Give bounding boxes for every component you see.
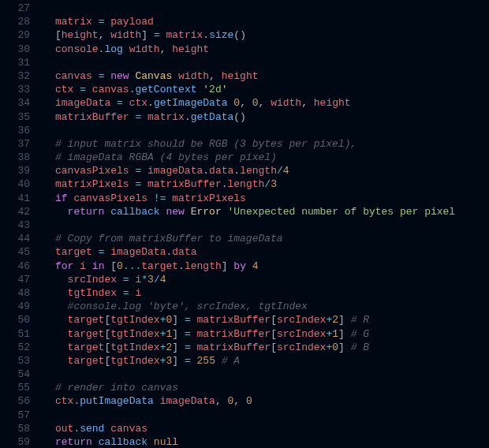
token-punct: ] — [172, 342, 178, 353]
token-plain — [86, 84, 92, 95]
token-prop: data — [172, 246, 196, 258]
code-line[interactable]: imageData = ctx.getImageData 0, 0, width… — [55, 96, 489, 110]
code-line[interactable]: target[tgtIndex+1] = matrixBuffer[srcInd… — [55, 327, 489, 341]
token-ident: target — [68, 342, 105, 353]
token-punct: . — [185, 111, 191, 123]
token-plain — [178, 342, 185, 353]
token-plain — [345, 314, 351, 326]
token-ident: srcIndex — [68, 274, 117, 286]
token-ident: matrixPixels — [55, 178, 129, 190]
token-ident: payload — [110, 16, 154, 28]
token-func: getImageData — [154, 97, 228, 109]
token-ident: width — [110, 29, 141, 41]
token-ident: srcIndex — [277, 328, 326, 340]
code-line[interactable]: # input matrix should be RGB (3 bytes pe… — [55, 137, 489, 151]
code-line[interactable]: return callback new Error 'Unexpected nu… — [55, 205, 489, 218]
token-plain — [172, 70, 178, 82]
token-ident: ctx — [129, 97, 147, 109]
token-kw: if — [55, 192, 68, 204]
code-line[interactable]: return callback null — [55, 435, 489, 448]
token-prop: length — [228, 178, 265, 190]
token-ident: height — [62, 29, 99, 41]
code-line[interactable]: if canvasPixels != matrixPixels — [55, 192, 489, 205]
token-punct: . — [233, 165, 240, 177]
token-plain — [117, 287, 123, 299]
line-number: 59 — [0, 435, 30, 448]
code-line[interactable]: #console.log 'byte', srcIndex, tgtIndex — [55, 300, 489, 313]
token-prop: length — [240, 165, 277, 177]
token-ident: canvasPixels — [73, 192, 147, 204]
token-plain — [55, 314, 68, 326]
token-punct: ] — [222, 260, 228, 272]
token-plain — [215, 355, 222, 367]
token-plain — [191, 328, 197, 340]
token-plain — [178, 314, 185, 326]
token-op: = — [123, 287, 129, 299]
token-op: = — [185, 314, 191, 326]
token-plain — [92, 436, 99, 448]
code-line[interactable]: target[tgtIndex+2] = matrixBuffer[srcInd… — [55, 341, 489, 354]
token-punct: . — [178, 260, 185, 272]
token-kw: new — [110, 70, 129, 82]
code-line[interactable]: srcIndex = i*3/4 — [55, 273, 489, 286]
code-line[interactable]: matrix = payload — [55, 15, 489, 28]
code-line[interactable] — [55, 124, 489, 137]
code-line[interactable] — [55, 368, 489, 381]
code-line[interactable]: target = imageData.data — [55, 245, 489, 259]
code-line[interactable]: tgtIndex = i — [55, 286, 489, 300]
code-line[interactable]: out.send canvas — [55, 422, 489, 435]
token-plain — [147, 29, 154, 41]
line-number: 54 — [0, 368, 30, 381]
token-op: ... — [123, 260, 141, 272]
token-plain — [191, 314, 197, 326]
token-plain — [191, 342, 197, 353]
token-ident: imageData — [160, 395, 215, 407]
code-editor[interactable]: 2728293031323334353637383940414243444546… — [0, 0, 489, 448]
code-line[interactable]: canvas = new Canvas width, height — [55, 69, 489, 83]
token-func: getData — [191, 111, 234, 123]
code-line[interactable]: console.log width, height — [55, 43, 489, 56]
token-plain — [123, 43, 129, 55]
token-plain — [55, 328, 68, 340]
code-line[interactable]: target[tgtIndex+0] = matrixBuffer[srcInd… — [55, 313, 489, 327]
token-ident: imageData — [55, 97, 110, 109]
code-line[interactable]: # imageData RGBA (4 bytes per pixel) — [55, 151, 489, 164]
token-plain — [154, 395, 160, 407]
code-line[interactable] — [55, 56, 489, 69]
token-class: Error — [191, 206, 222, 218]
token-punct: , — [209, 70, 222, 82]
line-number: 29 — [0, 28, 30, 42]
code-line[interactable]: matrixPixels = matrixBuffer.length/3 — [55, 177, 489, 191]
token-plain — [147, 192, 154, 204]
token-func: size — [209, 29, 233, 41]
line-number: 44 — [0, 232, 30, 245]
line-number: 58 — [0, 422, 30, 435]
code-line[interactable] — [55, 218, 489, 232]
token-punct: [ — [271, 342, 277, 353]
token-comment: # B — [351, 342, 369, 353]
token-punct: ] — [172, 328, 178, 340]
code-line[interactable]: [height, width] = matrix.size() — [55, 28, 489, 42]
token-comment: # A — [222, 355, 240, 367]
token-ident: out — [55, 423, 73, 435]
code-line[interactable]: ctx = canvas.getContext '2d' — [55, 83, 489, 96]
code-line[interactable]: for i in [0...target.length] by 4 — [55, 259, 489, 273]
code-line[interactable]: canvasPixels = imageData.data.length/4 — [55, 164, 489, 177]
line-number: 28 — [0, 15, 30, 28]
code-line[interactable] — [55, 409, 489, 422]
token-plain — [86, 260, 92, 272]
line-number: 42 — [0, 205, 30, 218]
token-ident: target — [68, 355, 105, 367]
token-op: != — [154, 192, 166, 204]
code-line[interactable]: matrixBuffer = matrix.getData() — [55, 110, 489, 124]
code-line[interactable]: ctx.putImageData imageData, 0, 0 — [55, 394, 489, 408]
code-line[interactable] — [55, 2, 489, 15]
token-func: putImageData — [80, 395, 154, 407]
line-number: 53 — [0, 354, 30, 368]
code-line[interactable]: # Copy from matrixBuffer to imageData — [55, 232, 489, 245]
code-line[interactable]: # render into canvas — [55, 381, 489, 394]
code-line[interactable]: target[tgtIndex+3] = 255 # A — [55, 354, 489, 368]
code-area[interactable]: matrix = payload[height, width] = matrix… — [39, 0, 489, 448]
token-kw: return — [55, 436, 92, 448]
token-num: 1 — [332, 328, 338, 340]
